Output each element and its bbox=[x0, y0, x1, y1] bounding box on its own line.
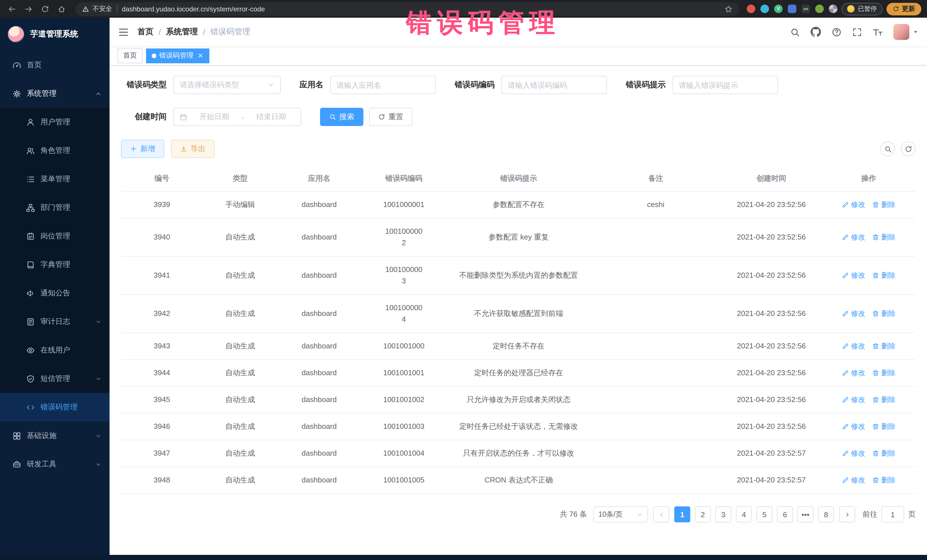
sidebar-item-home[interactable]: 首页 bbox=[0, 51, 109, 79]
forward-button[interactable] bbox=[22, 3, 35, 15]
breadcrumb-separator: / bbox=[203, 27, 205, 36]
tab-home[interactable]: 首页 bbox=[117, 48, 143, 63]
sidebar-item-notice[interactable]: 通知公告 bbox=[0, 279, 109, 307]
error-type-select[interactable]: 请选择错误码类型 bbox=[173, 76, 281, 94]
pager-page-3[interactable]: 3 bbox=[715, 506, 731, 522]
error-code-input[interactable] bbox=[502, 76, 606, 94]
reset-button[interactable]: 重置 bbox=[369, 108, 412, 126]
delete-link[interactable]: 删除 bbox=[872, 199, 895, 211]
edit-link[interactable]: 修改 bbox=[842, 199, 865, 211]
edit-link[interactable]: 修改 bbox=[842, 367, 865, 379]
pager-page-2[interactable]: 2 bbox=[695, 506, 711, 522]
home-button[interactable] bbox=[55, 3, 68, 15]
sidebar-item-infra[interactable]: 基础设施 bbox=[0, 422, 109, 450]
edit-link[interactable]: 修改 bbox=[842, 340, 865, 352]
add-button[interactable]: 新增 bbox=[121, 140, 164, 158]
book-icon bbox=[26, 260, 35, 269]
cell-code: 1001001001 bbox=[361, 360, 447, 386]
delete-link[interactable]: 删除 bbox=[872, 394, 895, 405]
sidebar-item-sms[interactable]: 短信管理 bbox=[0, 364, 109, 393]
breadcrumb-item[interactable]: 首页 bbox=[137, 27, 153, 37]
delete-icon bbox=[872, 272, 879, 279]
user-menu[interactable] bbox=[894, 24, 918, 40]
extension-icon-pinwheel[interactable] bbox=[829, 5, 837, 13]
delete-link[interactable]: 删除 bbox=[872, 270, 895, 281]
delete-link[interactable]: 删除 bbox=[872, 448, 895, 459]
profile-paused-chip[interactable]: 已暂停 bbox=[842, 3, 883, 15]
pager-more-button[interactable]: ••• bbox=[798, 506, 813, 522]
browser-update-button[interactable]: 更新 bbox=[886, 3, 921, 15]
edit-link[interactable]: 修改 bbox=[842, 448, 865, 459]
sidebar-item-online[interactable]: 在线用户 bbox=[0, 336, 109, 364]
refresh-table-button[interactable] bbox=[901, 141, 916, 156]
app-logo[interactable]: 芋道管理系统 bbox=[0, 18, 109, 51]
cell-actions: 修改删除 bbox=[822, 262, 916, 288]
cell-remark bbox=[590, 366, 721, 380]
toggle-search-button[interactable] bbox=[880, 141, 895, 156]
back-icon bbox=[8, 5, 16, 13]
sidebar-item-dict[interactable]: 字典管理 bbox=[0, 250, 109, 279]
delete-link[interactable]: 删除 bbox=[872, 232, 895, 243]
close-icon[interactable] bbox=[198, 52, 204, 59]
help-icon[interactable] bbox=[832, 27, 842, 37]
tab-error-code[interactable]: 错误码管理 bbox=[146, 48, 209, 63]
edit-link[interactable]: 修改 bbox=[842, 475, 865, 486]
cell-actions: 修改删除 bbox=[822, 333, 916, 359]
pager-page-4[interactable]: 4 bbox=[736, 506, 752, 522]
delete-link[interactable]: 删除 bbox=[872, 367, 895, 379]
prev-page-button[interactable] bbox=[653, 506, 669, 522]
user-icon bbox=[26, 118, 35, 126]
extension-icon-on[interactable]: on bbox=[801, 5, 810, 13]
reload-button[interactable] bbox=[39, 3, 51, 15]
font-size-icon[interactable] bbox=[873, 27, 883, 37]
breadcrumb-item[interactable]: 系统管理 bbox=[166, 27, 198, 37]
vue-devtools-icon[interactable]: V bbox=[774, 5, 783, 13]
app-name-input[interactable] bbox=[331, 76, 435, 94]
fullscreen-icon[interactable] bbox=[852, 27, 862, 37]
extension-icon-leaf[interactable] bbox=[815, 5, 824, 13]
pager-page-8[interactable]: 8 bbox=[818, 506, 834, 522]
extension-icon-red[interactable] bbox=[747, 5, 755, 13]
delete-link[interactable]: 删除 bbox=[872, 475, 895, 486]
next-page-button[interactable] bbox=[839, 506, 855, 522]
sidebar-item-system[interactable]: 系统管理 bbox=[0, 79, 109, 108]
date-range-picker[interactable]: 开始日期 - 结束日期 bbox=[173, 108, 301, 126]
delete-link[interactable]: 删除 bbox=[872, 421, 895, 432]
search-button[interactable]: 搜索 bbox=[320, 108, 363, 126]
export-button[interactable]: 导出 bbox=[171, 140, 214, 158]
edit-link[interactable]: 修改 bbox=[842, 232, 865, 243]
sidebar-item-post[interactable]: 岗位管理 bbox=[0, 222, 109, 250]
avatar bbox=[894, 24, 909, 40]
export-icon bbox=[180, 146, 187, 152]
pager-page-6[interactable]: 6 bbox=[777, 506, 793, 522]
sidebar-item-devtools[interactable]: 研发工具 bbox=[0, 450, 109, 478]
sidebar-item-role[interactable]: 角色管理 bbox=[0, 136, 109, 165]
sidebar-item-user[interactable]: 用户管理 bbox=[0, 108, 109, 136]
extension-icon-teal[interactable] bbox=[760, 5, 769, 13]
security-label[interactable]: 不安全 bbox=[82, 5, 112, 13]
edit-link-label: 修改 bbox=[851, 394, 865, 405]
sidebar-item-dept[interactable]: 部门管理 bbox=[0, 193, 109, 222]
cell-actions: 修改删除 bbox=[822, 467, 916, 493]
extension-icon-blue[interactable] bbox=[788, 5, 796, 13]
pager-page-5[interactable]: 5 bbox=[757, 506, 772, 522]
edit-icon bbox=[842, 423, 849, 430]
goto-page-input[interactable] bbox=[881, 506, 904, 522]
sidebar-item-error-code[interactable]: 错误码管理 bbox=[0, 393, 109, 422]
error-hint-input[interactable] bbox=[673, 76, 778, 94]
edit-link[interactable]: 修改 bbox=[842, 394, 865, 405]
bookmark-star-icon[interactable] bbox=[725, 5, 732, 13]
github-icon[interactable] bbox=[811, 27, 821, 37]
search-icon[interactable] bbox=[790, 27, 800, 37]
hamburger-icon[interactable] bbox=[118, 27, 129, 37]
edit-link[interactable]: 修改 bbox=[842, 308, 865, 319]
sidebar-item-menu[interactable]: 菜单管理 bbox=[0, 165, 109, 193]
sidebar-item-audit[interactable]: 审计日志 bbox=[0, 307, 109, 336]
delete-link[interactable]: 删除 bbox=[872, 308, 895, 319]
page-size-select[interactable]: 10条/页 bbox=[593, 506, 648, 522]
edit-link[interactable]: 修改 bbox=[842, 421, 865, 432]
back-button[interactable] bbox=[6, 3, 18, 15]
delete-link[interactable]: 删除 bbox=[872, 340, 895, 352]
pager-page-1[interactable]: 1 bbox=[674, 506, 690, 522]
edit-link[interactable]: 修改 bbox=[842, 270, 865, 281]
